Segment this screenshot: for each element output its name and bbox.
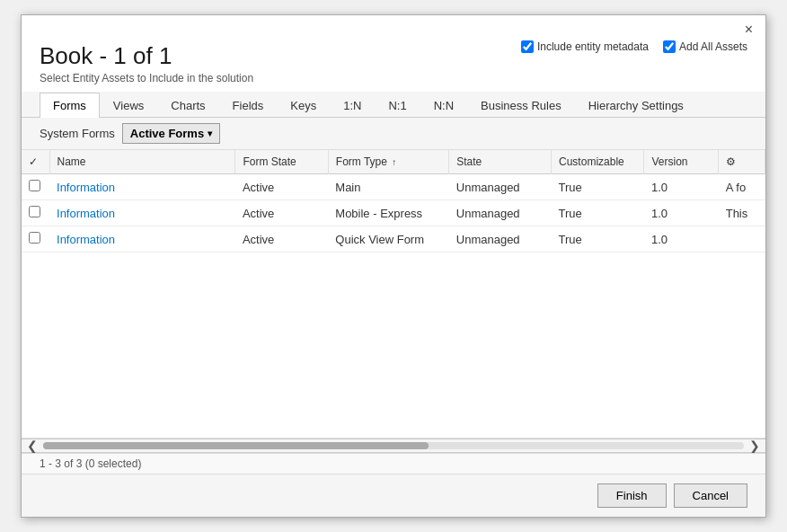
row-name[interactable]: Information	[49, 226, 235, 253]
row-form-type: Main	[328, 174, 448, 200]
row-form-type: Mobile - Express	[328, 200, 448, 226]
settings-icon: ⚙	[726, 155, 736, 168]
dropdown-label: Active Forms	[130, 127, 204, 140]
include-metadata-option[interactable]: Include entity metadata	[521, 40, 649, 53]
row-form-state: Active	[235, 174, 328, 200]
add-all-assets-option[interactable]: Add All Assets	[663, 40, 747, 53]
forms-table: ✓ Name Form State Form Type ↑ State Cust…	[22, 150, 765, 253]
status-bar: 1 - 3 of 3 (0 selected)	[22, 453, 765, 474]
tab-keys[interactable]: Keys	[277, 93, 330, 118]
row-extra: This	[719, 200, 765, 226]
tab-business-rules[interactable]: Business Rules	[467, 93, 575, 118]
include-metadata-checkbox[interactable]	[521, 40, 534, 53]
col-form-state[interactable]: Form State	[235, 150, 328, 174]
add-all-assets-checkbox[interactable]	[663, 40, 676, 53]
tabs-bar: Forms Views Charts Fields Keys 1:N N:1 N…	[22, 92, 765, 118]
row-form-state: Active	[235, 200, 328, 226]
table-header-row: ✓ Name Form State Form Type ↑ State Cust…	[22, 150, 765, 174]
tab-forms[interactable]: Forms	[40, 93, 100, 118]
col-state[interactable]: State	[449, 150, 552, 174]
tab-charts[interactable]: Charts	[157, 93, 218, 118]
col-name[interactable]: Name	[49, 150, 235, 174]
row-version: 1.0	[644, 226, 719, 253]
row-state: Unmanaged	[449, 200, 552, 226]
tab-hierarchy-settings[interactable]: Hierarchy Settings	[575, 93, 697, 118]
row-checkbox[interactable]	[29, 206, 40, 217]
active-forms-dropdown[interactable]: Active Forms ▾	[122, 123, 220, 144]
col-check: ✓	[22, 150, 49, 174]
row-name[interactable]: Information	[49, 174, 235, 200]
col-form-type[interactable]: Form Type ↑	[328, 150, 448, 174]
header-options: Include entity metadata Add All Assets	[521, 40, 747, 53]
row-version: 1.0	[644, 200, 719, 226]
table-row: InformationActiveMobile - ExpressUnmanag…	[22, 200, 765, 226]
row-form-type: Quick View Form	[328, 226, 448, 253]
title-bar: ×	[22, 15, 765, 39]
row-extra	[719, 226, 765, 253]
add-all-assets-label: Add All Assets	[679, 40, 747, 53]
col-version[interactable]: Version	[644, 150, 719, 174]
row-state: Unmanaged	[449, 226, 552, 253]
row-checkbox-cell[interactable]	[22, 226, 49, 253]
close-button[interactable]: ×	[739, 21, 758, 39]
row-extra: A fo	[719, 174, 765, 200]
row-customizable: True	[552, 200, 644, 226]
tab-n1[interactable]: N:1	[375, 93, 420, 118]
cancel-button[interactable]: Cancel	[674, 483, 747, 508]
col-customizable[interactable]: Customizable	[552, 150, 644, 174]
row-state: Unmanaged	[449, 174, 552, 200]
subheader: System Forms Active Forms ▾	[22, 118, 765, 150]
footer: Finish Cancel	[22, 474, 765, 517]
check-icon: ✓	[29, 155, 38, 168]
row-name[interactable]: Information	[49, 200, 235, 226]
finish-button[interactable]: Finish	[597, 483, 667, 508]
scroll-thumb[interactable]	[43, 442, 429, 449]
tab-fields[interactable]: Fields	[219, 93, 278, 118]
include-metadata-label: Include entity metadata	[537, 40, 649, 53]
system-forms-label: System Forms	[40, 127, 115, 140]
tab-nn[interactable]: N:N	[420, 93, 467, 118]
dialog-subtitle: Select Entity Assets to Include in the s…	[40, 72, 747, 84]
row-customizable: True	[552, 174, 644, 200]
row-checkbox[interactable]	[29, 180, 40, 191]
tab-views[interactable]: Views	[100, 93, 157, 118]
row-checkbox-cell[interactable]	[22, 174, 49, 200]
scroll-right-button[interactable]: ❯	[747, 439, 762, 453]
table-row: InformationActiveMainUnmanagedTrue1.0A f…	[22, 174, 765, 200]
tab-1n[interactable]: 1:N	[330, 93, 375, 118]
row-form-state: Active	[235, 226, 328, 253]
row-version: 1.0	[644, 174, 719, 200]
table-row: InformationActiveQuick View FormUnmanage…	[22, 226, 765, 253]
sort-icon: ↑	[392, 157, 396, 167]
table-container: ✓ Name Form State Form Type ↑ State Cust…	[22, 150, 765, 439]
row-customizable: True	[552, 226, 644, 253]
row-checkbox-cell[interactable]	[22, 200, 49, 226]
status-text: 1 - 3 of 3 (0 selected)	[40, 457, 141, 470]
scroll-track	[43, 442, 744, 449]
col-extra[interactable]: ⚙	[719, 150, 765, 174]
horizontal-scrollbar[interactable]: ❮ ❯	[22, 439, 765, 453]
chevron-down-icon: ▾	[208, 129, 212, 138]
row-checkbox[interactable]	[29, 232, 40, 244]
dialog: × Book - 1 of 1 Select Entity Assets to …	[21, 14, 766, 518]
scroll-left-button[interactable]: ❮	[25, 439, 40, 453]
